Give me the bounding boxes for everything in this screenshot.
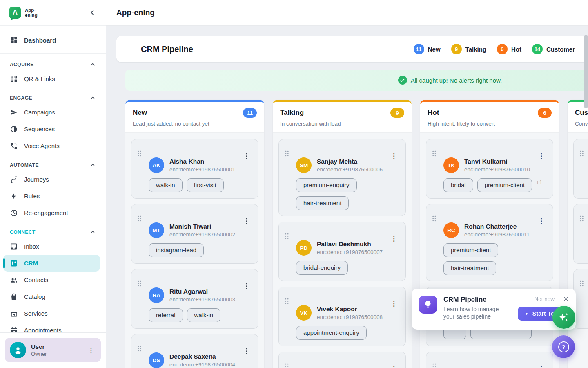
sidebar-collapse-button[interactable] — [87, 7, 98, 18]
column-title: Customer — [575, 109, 588, 117]
stat-label: New — [428, 46, 441, 53]
app-logo: A — [9, 7, 21, 19]
sidebar-item-qr-links[interactable]: QR & Links — [0, 70, 106, 87]
lead-phone: enc:demo:+919876500003 — [169, 296, 235, 303]
drag-handle-icon[interactable] — [285, 363, 400, 368]
sidebar-item-dashboard[interactable]: Dashboard — [0, 31, 106, 49]
lead-info: Ritu Agarwalenc:demo:+919876500003 — [169, 288, 235, 303]
clock-icon — [10, 209, 18, 217]
drag-handle-icon[interactable] — [137, 346, 252, 352]
sidebar-item-journeys[interactable]: Journeys — [0, 171, 106, 188]
lead-card-main: RARitu Agarwalenc:demo:+919876500003 — [149, 287, 240, 303]
chevron-up-icon — [89, 229, 96, 236]
lead-name: Ritu Agarwal — [169, 288, 235, 295]
lead-card-main: AKAisha Khanenc:demo:+919876500001 — [149, 157, 240, 173]
sidebar: A App- ening DashboardACQUIREQR & LinksE… — [0, 0, 106, 368]
sidebar-footer: User Owner ⋮ — [0, 332, 106, 368]
user-menu-button[interactable]: ⋮ — [86, 345, 96, 356]
column-body: ⋮TKTanvi Kulkarnienc:demo:+919876500010b… — [420, 133, 559, 368]
lead-info: Tanvi Kulkarnienc:demo:+919876500010 — [464, 158, 530, 173]
lead-card[interactable]: ⋮PDPallavi Deshmukhenc:demo:+91987650000… — [278, 222, 406, 281]
sidebar-item-rules[interactable]: Rules — [0, 188, 106, 204]
card-menu-button[interactable]: ⋮ — [536, 364, 546, 368]
sidebar-item-services[interactable]: Services — [0, 305, 106, 322]
card-menu-button[interactable]: ⋮ — [241, 282, 252, 290]
user-info: User Owner — [31, 343, 47, 357]
lead-name: Deepak Saxena — [169, 353, 235, 360]
kanban-icon — [10, 259, 18, 267]
drag-handle-icon[interactable] — [137, 215, 252, 222]
column-header: New11Lead just added, no contact yet — [125, 102, 264, 133]
sidebar-item-voice-agents[interactable]: Voice Agents — [0, 137, 106, 154]
sidebar-item-inbox[interactable]: Inbox — [0, 238, 106, 255]
lead-card[interactable] — [573, 139, 588, 199]
lead-card[interactable] — [573, 204, 588, 264]
lead-card[interactable]: ⋮DSDeepak Saxenaenc:demo:+919876500004 — [131, 334, 258, 368]
lead-card[interactable]: ⋮SMSanjay Mehtaenc:demo:+919876500006pre… — [278, 139, 406, 216]
avatar: AK — [149, 157, 164, 173]
vertical-scrollbar-thumb[interactable] — [584, 35, 588, 108]
lead-info: Sanjay Mehtaenc:demo:+919876500006 — [317, 158, 383, 173]
card-menu-button[interactable]: ⋮ — [389, 152, 399, 160]
user-card[interactable]: User Owner ⋮ — [5, 338, 101, 362]
sidebar-item-contacts[interactable]: Contacts — [0, 272, 106, 288]
sidebar-item-re-engagement[interactable]: Re-engagement — [0, 204, 106, 221]
pipeline-column-new: New11Lead just added, no contact yet⋮AKA… — [125, 100, 264, 368]
lead-card[interactable]: ⋮AKAisha Khanenc:demo:+919876500001walk-… — [131, 139, 258, 199]
toast-description: Learn how to manage your sales pipeline — [443, 305, 511, 321]
sidebar-item-campaigns[interactable]: Campaigns — [0, 104, 106, 121]
lead-phone: enc:demo:+919876500002 — [169, 231, 235, 238]
dashboard-icon — [10, 36, 18, 44]
card-menu-button[interactable]: ⋮ — [536, 217, 546, 225]
sidebar-item-crm[interactable]: CRM — [3, 255, 100, 272]
drag-handle-icon[interactable] — [285, 150, 400, 157]
section-header-acquire[interactable]: ACQUIRE — [0, 60, 106, 69]
section-header-automate[interactable]: AUTOMATE — [0, 161, 106, 170]
card-menu-button[interactable]: ⋮ — [241, 217, 252, 225]
lead-card[interactable]: ⋮TKTanvi Kulkarnienc:demo:+919876500010b… — [426, 139, 553, 199]
drag-handle-icon[interactable] — [432, 150, 547, 157]
not-now-button[interactable]: Not now — [534, 296, 555, 302]
drag-handle-icon[interactable] — [285, 298, 400, 304]
lead-card[interactable]: ⋮AKAmit Kumar — [426, 352, 553, 368]
drag-handle-icon[interactable] — [432, 363, 547, 368]
page-title: App-ening — [116, 8, 155, 17]
drag-handle-icon[interactable] — [137, 150, 252, 157]
card-menu-button[interactable]: ⋮ — [241, 347, 252, 355]
card-menu-button[interactable]: ⋮ — [536, 152, 546, 160]
section-header-engage[interactable]: ENGAGE — [0, 94, 106, 103]
drag-handle-icon[interactable] — [579, 280, 588, 287]
pipeline-stat-talking: 9Talking — [451, 44, 486, 54]
lead-card[interactable]: ⋮VKVivek Kapoorenc:demo:+919876500008app… — [278, 287, 406, 346]
lead-card[interactable]: ⋮RARitu Agarwalenc:demo:+919876500003ref… — [131, 269, 258, 329]
close-icon[interactable] — [563, 296, 569, 302]
lead-card[interactable]: ⋮MTManish Tiwarienc:demo:+919876500002in… — [131, 204, 258, 264]
tag: appointment-enquiry — [296, 326, 367, 340]
drag-handle-icon[interactable] — [285, 233, 400, 239]
ai-assistant-fab[interactable] — [552, 306, 575, 329]
lead-info: Deepak Saxenaenc:demo:+919876500004 — [169, 353, 235, 368]
drag-handle-icon[interactable] — [137, 280, 252, 287]
card-menu-button[interactable]: ⋮ — [389, 364, 399, 368]
alert-banner: All caught up! No alerts right now. — [125, 70, 588, 91]
card-menu-button[interactable]: ⋮ — [389, 299, 399, 308]
sidebar-item-sequences[interactable]: Sequences — [0, 121, 106, 137]
pipeline-header-card: CRM Pipeline 11New9Talking6Hot14Customer — [116, 36, 588, 62]
sidebar-item-catalog[interactable]: Catalog — [0, 288, 106, 305]
lead-phone: enc:demo:+919876500001 — [169, 166, 235, 173]
avatar: TK — [443, 157, 459, 173]
column-subtitle: High intent, likely to convert — [428, 121, 552, 127]
card-menu-button[interactable]: ⋮ — [241, 152, 252, 160]
lead-card[interactable]: ⋮RCRohan Chatterjeeenc:demo:+91987650001… — [426, 204, 553, 281]
drag-handle-icon[interactable] — [432, 215, 547, 222]
card-menu-button[interactable]: ⋮ — [389, 234, 399, 243]
drag-handle-icon[interactable] — [579, 215, 588, 222]
section-header-connect[interactable]: CONNECT — [0, 228, 106, 237]
section-label: ENGAGE — [10, 95, 32, 101]
sidebar-item-label: Catalog — [24, 293, 45, 300]
pipeline-title: CRM Pipeline — [141, 45, 193, 54]
drag-handle-icon[interactable] — [579, 150, 588, 157]
help-fab[interactable]: ? — [552, 335, 575, 358]
tag: premium-client — [477, 178, 532, 192]
lead-card[interactable]: ⋮NSNandini Shetty — [278, 352, 406, 368]
